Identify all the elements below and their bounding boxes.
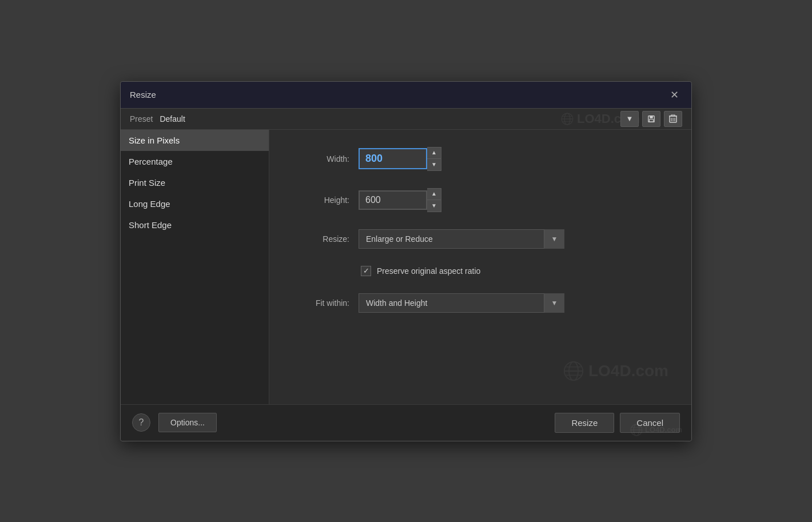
footer-right: Resize Cancel (555, 413, 680, 433)
preset-save-button[interactable] (642, 111, 660, 127)
height-increment-button[interactable]: ▲ (427, 189, 441, 200)
svg-point-13 (564, 361, 583, 380)
svg-point-0 (562, 113, 573, 125)
resize-dialog: Resize ✕ Preset Default LO4D.com ▼ (120, 81, 692, 441)
svg-point-1 (564, 113, 570, 125)
aspect-ratio-label[interactable]: Preserve original aspect ratio (377, 266, 480, 276)
sidebar-item-long-edge[interactable]: Long Edge (121, 193, 269, 214)
title-bar: Resize ✕ (121, 82, 691, 109)
sidebar-item-size-in-pixels[interactable]: Size in Pixels (121, 130, 269, 151)
preset-actions: ▼ (620, 111, 682, 127)
width-spinbox: ▲ ▼ (359, 147, 441, 171)
options-button[interactable]: Options... (158, 413, 217, 432)
watermark-main: LO4D.com (563, 361, 668, 381)
height-decrement-button[interactable]: ▼ (427, 200, 441, 212)
resize-label: Resize: (304, 234, 349, 244)
preset-bar: Preset Default LO4D.com ▼ (121, 109, 691, 130)
sidebar-item-short-edge[interactable]: Short Edge (121, 214, 269, 236)
footer-left: ? Options... (132, 413, 217, 432)
height-input[interactable] (359, 190, 427, 210)
height-spinbox: ▲ ▼ (359, 188, 441, 212)
preset-value: Default (160, 114, 185, 123)
height-label: Height: (304, 196, 349, 205)
resize-row: Resize: Enlarge or Reduce Enlarge Only R… (304, 229, 657, 249)
cancel-button[interactable]: Cancel (620, 413, 680, 433)
resize-select[interactable]: Enlarge or Reduce Enlarge Only Reduce On… (359, 229, 564, 249)
fit-within-row: Fit within: Width and Height Width Only … (304, 293, 657, 313)
dialog-title: Resize (130, 90, 156, 99)
sidebar-item-percentage[interactable]: Percentage (121, 151, 269, 172)
height-spinbox-buttons: ▲ ▼ (427, 188, 441, 212)
fit-within-dropdown-wrapper: Width and Height Width Only Height Only … (359, 293, 564, 313)
main-content: Size in Pixels Percentage Print Size Lon… (121, 130, 691, 404)
help-button[interactable]: ? (132, 413, 150, 432)
preset-label: Preset (130, 114, 153, 123)
checkmark-icon: ✓ (363, 266, 369, 275)
width-label: Width: (304, 154, 349, 164)
width-row: Width: ▲ ▼ (304, 147, 657, 171)
fit-within-label: Fit within: (304, 298, 349, 308)
form-area: Width: ▲ ▼ Height: ▲ ▼ (269, 130, 691, 404)
width-spinbox-buttons: ▲ ▼ (427, 147, 441, 171)
fit-within-select[interactable]: Width and Height Width Only Height Only (359, 293, 564, 313)
svg-rect-6 (650, 115, 652, 118)
sidebar-item-print-size[interactable]: Print Size (121, 172, 269, 193)
height-row: Height: ▲ ▼ (304, 188, 657, 212)
preset-dropdown-button[interactable]: ▼ (620, 111, 639, 127)
aspect-ratio-checkbox[interactable]: ✓ (361, 266, 371, 276)
width-decrement-button[interactable]: ▼ (427, 159, 441, 170)
svg-point-14 (569, 361, 578, 380)
checkbox-row: ✓ Preserve original aspect ratio (304, 266, 657, 276)
preset-delete-button[interactable] (664, 111, 682, 127)
resize-dropdown-wrapper: Enlarge or Reduce Enlarge Only Reduce On… (359, 229, 564, 249)
resize-button[interactable]: Resize (555, 413, 614, 433)
width-input[interactable] (359, 148, 427, 169)
width-increment-button[interactable]: ▲ (427, 148, 441, 159)
watermark-main-text: LO4D.com (588, 362, 668, 380)
footer-bar: ? Options... Resize Cancel LO4D.com (121, 404, 691, 441)
sidebar: Size in Pixels Percentage Print Size Lon… (121, 130, 269, 404)
close-button[interactable]: ✕ (667, 87, 682, 102)
